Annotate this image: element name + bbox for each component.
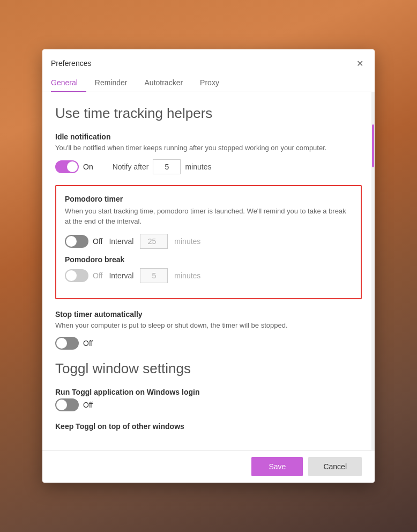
stop-timer-label: Stop timer automatically [55, 310, 362, 319]
idle-notification-desc: You'll be notified when timer keeps runn… [55, 143, 362, 153]
pomodoro-minutes-label: minutes [174, 237, 200, 246]
pomodoro-interval-input[interactable] [140, 234, 168, 249]
pomodoro-title: Pomodoro timer [65, 195, 352, 203]
pomodoro-toggle-text: Off [93, 237, 102, 246]
keep-on-top-group: Keep Toggl on top of other windows [55, 422, 362, 431]
pomodoro-break-title: Pomodoro break [65, 255, 352, 264]
run-on-login-group: Run Toggl application on Windows login O… [55, 388, 362, 411]
idle-toggle-text: On [83, 162, 93, 171]
idle-toggle[interactable] [55, 160, 79, 173]
pomodoro-box: Pomodoro timer When you start tracking t… [55, 185, 362, 299]
scrollbar-track[interactable] [371, 92, 375, 450]
title-bar: Preferences ✕ [42, 49, 375, 70]
content-area: Use time tracking helpers Idle notificat… [42, 92, 375, 450]
dialog-title: Preferences [51, 59, 91, 68]
tab-reminder[interactable]: Reminder [86, 74, 136, 92]
dialog-footer: Save Cancel [42, 450, 375, 483]
pomodoro-break-toggle[interactable] [65, 269, 88, 282]
scroll-content: Use time tracking helpers Idle notificat… [42, 92, 375, 450]
pomodoro-break-interval-input[interactable] [140, 268, 168, 283]
run-on-login-toggle-wrap: Off [55, 398, 362, 411]
notify-group: Notify after minutes [113, 159, 212, 174]
pomodoro-break-toggle-slider [65, 269, 88, 282]
stop-timer-toggle-text: Off [83, 339, 93, 348]
run-on-login-label: Run Toggl application on Windows login [55, 388, 362, 396]
time-tracking-section-title: Use time tracking helpers [55, 105, 362, 122]
tab-autotracker[interactable]: Autotracker [136, 74, 192, 92]
pomodoro-toggle-row: Off Interval minutes [65, 234, 352, 249]
pomodoro-interval-label: Interval [109, 237, 133, 246]
pomodoro-break-toggle-text: Off [93, 271, 102, 280]
scrollbar-thumb[interactable] [372, 124, 374, 167]
stop-timer-desc: When your computer is put to sleep or sh… [55, 321, 362, 330]
pomodoro-break-interval-label: Interval [109, 271, 133, 280]
pomodoro-break-row: Off Interval minutes [65, 268, 352, 283]
notify-minutes-input[interactable] [153, 159, 181, 174]
pomodoro-toggle-slider [65, 235, 88, 248]
idle-notification-label: Idle notification [55, 132, 362, 141]
close-button[interactable]: ✕ [353, 57, 366, 70]
stop-timer-group: Stop timer automatically When your compu… [55, 310, 362, 350]
tabs-bar: General Reminder Autotracker Proxy [42, 70, 375, 92]
preferences-dialog: Preferences ✕ General Reminder Autotrack… [42, 49, 375, 483]
pomodoro-desc: When you start tracking time, pomodoro t… [65, 206, 352, 226]
idle-toggle-wrap: On [55, 160, 93, 173]
save-button[interactable]: Save [251, 457, 303, 476]
pomodoro-break-toggle-wrap: Off [65, 269, 102, 282]
cancel-button[interactable]: Cancel [308, 457, 362, 476]
pomodoro-toggle-wrap: Off [65, 235, 102, 248]
stop-timer-toggle[interactable] [55, 337, 79, 350]
run-on-login-toggle[interactable] [55, 398, 79, 411]
stop-timer-toggle-wrap: Off [55, 337, 362, 350]
run-on-login-toggle-text: Off [83, 401, 93, 409]
tab-proxy[interactable]: Proxy [191, 74, 228, 92]
tab-general[interactable]: General [51, 74, 86, 92]
keep-on-top-label: Keep Toggl on top of other windows [55, 422, 362, 431]
idle-notification-row: On Notify after minutes [55, 159, 362, 174]
pomodoro-break-minutes-label: minutes [174, 271, 200, 280]
idle-toggle-slider [55, 160, 79, 173]
idle-notification-group: Idle notification You'll be notified whe… [55, 132, 362, 174]
stop-timer-toggle-slider [55, 337, 79, 350]
pomodoro-toggle[interactable] [65, 235, 88, 248]
run-on-login-toggle-slider [55, 398, 79, 411]
notify-minutes-label: minutes [185, 162, 211, 171]
notify-after-label: Notify after [113, 162, 149, 171]
window-settings-section-title: Toggl window settings [55, 360, 362, 377]
